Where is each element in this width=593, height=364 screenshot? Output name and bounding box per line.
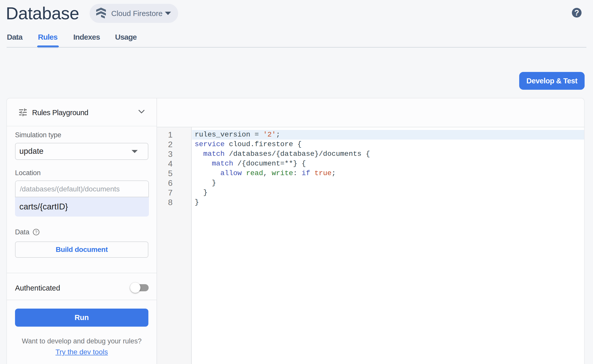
svg-text:?: ? <box>35 230 37 234</box>
